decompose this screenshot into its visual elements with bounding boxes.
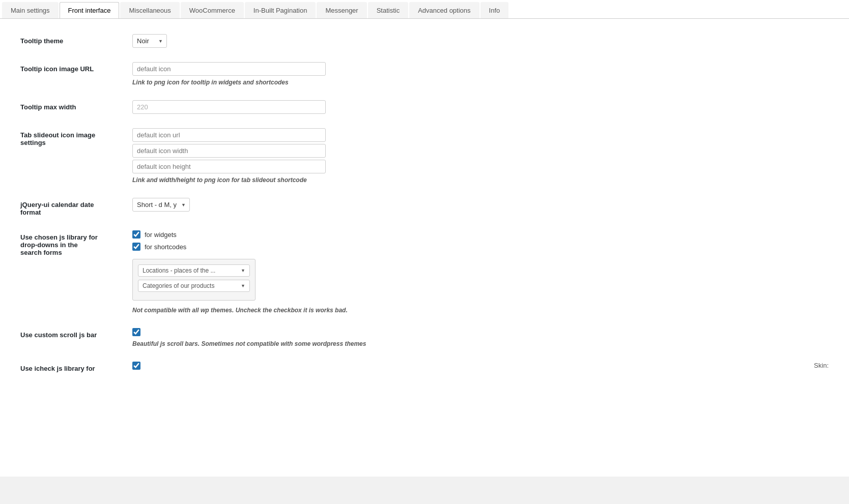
tab-advanced-options[interactable]: Advanced options bbox=[409, 2, 479, 18]
tab-slideout-row: Tab slideout icon image settings Link an… bbox=[20, 128, 829, 184]
tooltip-max-width-label: Tooltip max width bbox=[20, 100, 132, 111]
tooltip-theme-select[interactable]: Noir White Light Dark bbox=[132, 34, 167, 48]
chosen-dropdown-preview: Locations - places of the ... ▼ Categori… bbox=[132, 259, 256, 301]
tooltip-max-width-input[interactable] bbox=[132, 100, 326, 114]
chosen-dropdown-1[interactable]: Locations - places of the ... ▼ bbox=[138, 264, 250, 277]
chosen-js-label: Use chosen js library for drop-downs in … bbox=[20, 230, 132, 256]
chosen-widgets-label: for widgets bbox=[145, 231, 177, 239]
chosen-dropdown-2-arrow: ▼ bbox=[241, 283, 245, 288]
tab-slideout-height-input[interactable] bbox=[132, 160, 326, 173]
tab-slideout-hint: Link and width/height to png icon for ta… bbox=[132, 176, 829, 184]
tab-slideout-width-input[interactable] bbox=[132, 144, 326, 158]
chosen-dropdown-1-arrow: ▼ bbox=[241, 268, 245, 273]
chosen-dropdown-2-text: Categories of our products bbox=[143, 282, 237, 289]
chosen-dropdown-2[interactable]: Categories of our products ▼ bbox=[138, 280, 250, 292]
chosen-shortcodes-row: for shortcodes bbox=[132, 243, 829, 251]
tooltip-theme-label: Tooltip theme bbox=[20, 34, 132, 45]
tab-slideout-control: Link and width/height to png icon for ta… bbox=[132, 128, 829, 184]
skin-label: Skin: bbox=[814, 362, 829, 369]
calendar-date-format-label: jQuery-ui calendar date format bbox=[20, 198, 132, 216]
tab-woocommerce[interactable]: WooCommerce bbox=[181, 2, 244, 18]
tab-main-settings[interactable]: Main settings bbox=[2, 2, 59, 18]
tab-messenger[interactable]: Messenger bbox=[317, 2, 366, 18]
calendar-date-format-row: jQuery-ui calendar date format Short - d… bbox=[20, 198, 829, 216]
tooltip-theme-select-wrapper: Noir White Light Dark bbox=[132, 34, 167, 48]
tab-slideout-inputs bbox=[132, 128, 829, 173]
chosen-js-warning: Not compatible with all wp themes. Unche… bbox=[132, 307, 829, 314]
tab-in-built-pagination[interactable]: In-Built Pagination bbox=[245, 2, 316, 18]
tab-statistic[interactable]: Statistic bbox=[368, 2, 409, 18]
content-area: Tooltip theme Noir White Light Dark Tool… bbox=[0, 19, 849, 477]
tab-miscellaneous[interactable]: Miscellaneous bbox=[120, 2, 179, 18]
calendar-date-format-control: Short - d M, y Long ISO bbox=[132, 198, 829, 212]
custom-scroll-hint: Beautiful js scroll bars. Sometimes not … bbox=[132, 340, 829, 347]
chosen-widgets-row: for widgets bbox=[132, 230, 829, 239]
chosen-widgets-checkbox[interactable] bbox=[132, 230, 140, 239]
custom-scroll-label: Use custom scroll js bar bbox=[20, 328, 132, 339]
icheck-checkbox[interactable] bbox=[132, 362, 140, 370]
tooltip-theme-control: Noir White Light Dark bbox=[132, 34, 829, 48]
chosen-shortcodes-label: for shortcodes bbox=[145, 243, 186, 251]
calendar-date-format-select[interactable]: Short - d M, y Long ISO bbox=[132, 198, 190, 212]
tooltip-icon-url-label: Tooltip icon image URL bbox=[20, 62, 132, 73]
icheck-row: Use icheck js library for Skin: bbox=[20, 362, 829, 374]
icheck-control bbox=[132, 362, 814, 374]
icheck-checkbox-row bbox=[132, 362, 814, 370]
tooltip-icon-url-row: Tooltip icon image URL Link to png icon … bbox=[20, 62, 829, 86]
custom-scroll-row: Use custom scroll js bar Beautiful js sc… bbox=[20, 328, 829, 347]
chosen-dropdown-1-text: Locations - places of the ... bbox=[143, 267, 237, 274]
tooltip-max-width-control bbox=[132, 100, 829, 114]
tooltip-icon-url-hint: Link to png icon for tooltip in widgets … bbox=[132, 79, 829, 86]
tab-bar: Main settings Front interface Miscellane… bbox=[0, 0, 849, 19]
custom-scroll-checkbox[interactable] bbox=[132, 328, 140, 336]
tooltip-max-width-row: Tooltip max width bbox=[20, 100, 829, 114]
tab-info[interactable]: Info bbox=[480, 2, 509, 18]
icheck-label: Use icheck js library for bbox=[20, 362, 132, 372]
custom-scroll-checkbox-row bbox=[132, 328, 829, 336]
tab-front-interface[interactable]: Front interface bbox=[60, 2, 120, 18]
tab-slideout-label: Tab slideout icon image settings bbox=[20, 128, 132, 146]
calendar-date-format-select-wrapper: Short - d M, y Long ISO bbox=[132, 198, 190, 212]
tooltip-theme-row: Tooltip theme Noir White Light Dark bbox=[20, 34, 829, 48]
chosen-js-row: Use chosen js library for drop-downs in … bbox=[20, 230, 829, 314]
custom-scroll-control: Beautiful js scroll bars. Sometimes not … bbox=[132, 328, 829, 347]
tab-slideout-url-input[interactable] bbox=[132, 128, 326, 142]
chosen-shortcodes-checkbox[interactable] bbox=[132, 243, 140, 251]
tooltip-icon-url-control: Link to png icon for tooltip in widgets … bbox=[132, 62, 829, 86]
tooltip-icon-url-input[interactable] bbox=[132, 62, 326, 76]
chosen-js-control: for widgets for shortcodes Locations - p… bbox=[132, 230, 829, 314]
